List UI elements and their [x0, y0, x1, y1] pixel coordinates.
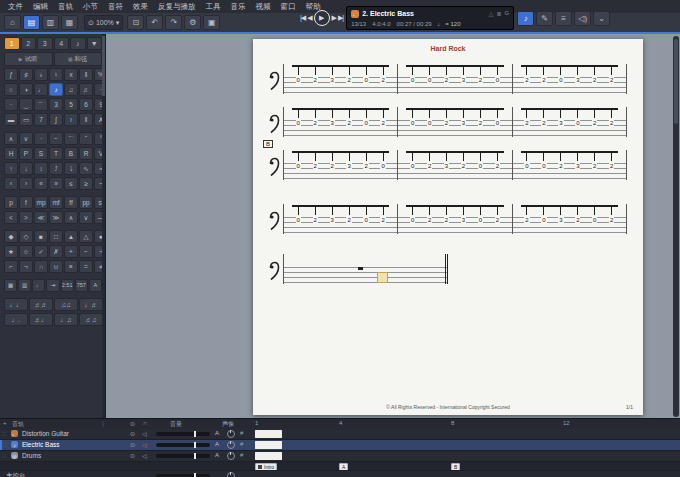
note-column[interactable]: 0 [296, 206, 301, 224]
palette-button[interactable]: > [19, 211, 33, 224]
automation-button[interactable]: A [215, 452, 219, 458]
palette-button[interactable]: · [4, 98, 18, 111]
mix-lines-icon[interactable]: ≡ [555, 11, 572, 26]
rewind-button[interactable]: ◀ [307, 14, 311, 22]
note-column[interactable]: 3 [330, 206, 335, 224]
note-column[interactable]: 2 [609, 66, 614, 84]
palette-button[interactable]: ⌒ [34, 98, 48, 111]
note-column[interactable]: 0 [558, 66, 563, 84]
note-column[interactable]: 0 [592, 206, 597, 224]
palette-button[interactable]: A [89, 279, 102, 292]
palette-button[interactable]: 6 [79, 98, 93, 111]
voice-button-3[interactable]: 3 [37, 37, 53, 50]
measure[interactable]: 023202 [284, 64, 398, 94]
palette-button[interactable]: △ [79, 230, 93, 243]
palette-button[interactable]: ♬ [79, 83, 93, 96]
note-column[interactable]: 0 [410, 66, 415, 84]
speaker-icon[interactable]: ◁) [574, 11, 591, 26]
note-column[interactable]: 0 [296, 66, 301, 84]
palette-button[interactable]: ¬ [19, 260, 33, 273]
note-column[interactable]: 0 [495, 109, 500, 127]
visibility-eye-icon[interactable]: ⊙ [130, 441, 135, 448]
redo-icon[interactable]: ↷ [165, 15, 182, 30]
note-column[interactable]: 2 [592, 109, 597, 127]
note-column[interactable]: 0 [478, 206, 483, 224]
measure[interactable]: 023202 [398, 150, 512, 180]
track-row-1[interactable]: ∷♩Distortion Guitar⊙◁A# [0, 429, 680, 440]
timeline-cell[interactable] [255, 441, 282, 449]
note-column[interactable]: 2 [541, 66, 546, 84]
palette-button[interactable]: ↑ [4, 162, 18, 175]
note-column[interactable]: 3 [461, 109, 466, 127]
measure[interactable]: 002320 [398, 64, 512, 94]
master-track-row[interactable]: 主控台 [0, 470, 680, 477]
note-column[interactable]: 2 [380, 206, 385, 224]
measure[interactable]: 023202 [284, 107, 398, 137]
palette-button[interactable]: ♩ [34, 83, 48, 96]
menu-item-6[interactable]: 效果 [128, 2, 153, 12]
palette-button[interactable]: ◆ [4, 230, 18, 243]
palette-button[interactable]: ▭ [19, 113, 33, 126]
track-list-icon[interactable]: ≣ [496, 10, 501, 17]
note-column[interactable]: 2 [380, 109, 385, 127]
note-column[interactable]: 3 [558, 109, 563, 127]
palette-dropdown-button[interactable]: ▼ [87, 37, 103, 50]
note-column[interactable]: 3 [575, 152, 580, 170]
track-name[interactable]: Distortion Guitar [22, 430, 69, 437]
note-column[interactable]: 2 [313, 152, 318, 170]
track-row-3[interactable]: ∷◎Drums⊙◁A# [0, 451, 680, 462]
palette-button[interactable]: 7 [34, 113, 48, 126]
visibility-eye-icon[interactable]: ⊙ [130, 452, 135, 459]
note-column[interactable]: 0 [296, 109, 301, 127]
palette-button[interactable]: ↓ [19, 162, 33, 175]
note-column[interactable]: 2 [380, 66, 385, 84]
note-column[interactable]: 2 [427, 206, 432, 224]
palette-button[interactable]: ≤ [64, 177, 78, 190]
note-column[interactable]: 2 [609, 109, 614, 127]
palette-button[interactable]: ⤴ [49, 162, 63, 175]
palette-button[interactable]: ◇ [19, 230, 33, 243]
note-column[interactable]: 0 [541, 152, 546, 170]
note-column[interactable]: 0 [495, 66, 500, 84]
selection-cursor[interactable] [377, 272, 388, 283]
palette-button[interactable]: ⌐ [4, 260, 18, 273]
note-column[interactable]: 2 [444, 109, 449, 127]
note-column[interactable]: 2 [575, 206, 580, 224]
page-view-icon[interactable]: ▤ [23, 15, 40, 30]
automation-button[interactable]: A [215, 441, 219, 447]
tuning-icon[interactable]: # [240, 430, 243, 436]
palette-button[interactable]: « [34, 177, 48, 190]
palette-button[interactable]: p [4, 196, 18, 209]
palette-button[interactable]: + [64, 245, 78, 258]
palette-button[interactable]: − [49, 132, 63, 145]
note-column[interactable]: 0 [575, 109, 580, 127]
menu-item-1[interactable]: 文件 [3, 2, 28, 12]
note-column[interactable]: 3 [461, 206, 466, 224]
tempo-display[interactable]: ♩ = 120 [438, 21, 461, 27]
measure[interactable]: 022320 [284, 150, 398, 180]
palette-button[interactable]: S [34, 147, 48, 160]
note-column[interactable]: 2 [592, 152, 597, 170]
track-menu-button[interactable]: ⋮ [100, 420, 106, 427]
palette-button[interactable]: P [19, 147, 33, 160]
palette-button[interactable]: ∧ [4, 132, 18, 145]
palette-button[interactable]: ♬♫ [79, 313, 103, 326]
pan-knob[interactable] [227, 452, 235, 460]
settings-icon[interactable]: ⚙ [184, 15, 201, 30]
palette-button[interactable]: ff [64, 196, 78, 209]
track-row-2[interactable]: ∷♪Electric Bass⊙◁A# [0, 440, 680, 451]
menu-item-8[interactable]: 工具 [201, 2, 226, 12]
palette-button[interactable]: mf [49, 196, 63, 209]
palette-button[interactable]: ♬♩ [29, 313, 53, 326]
palette-button[interactable]: ⤵ [64, 162, 78, 175]
palette-button[interactable]: ♮ [49, 68, 63, 81]
palette-button[interactable]: ʃ [49, 113, 63, 126]
note-column[interactable]: 2 [461, 152, 466, 170]
palette-button[interactable]: › [19, 177, 33, 190]
note-column[interactable]: 3 [575, 66, 580, 84]
forward-button[interactable]: ▶ [332, 14, 336, 22]
note-column[interactable]: 0 [296, 152, 301, 170]
voice-button-2[interactable]: 2 [21, 37, 37, 50]
menu-item-3[interactable]: 音轨 [53, 2, 78, 12]
note-column[interactable]: 2 [558, 152, 563, 170]
